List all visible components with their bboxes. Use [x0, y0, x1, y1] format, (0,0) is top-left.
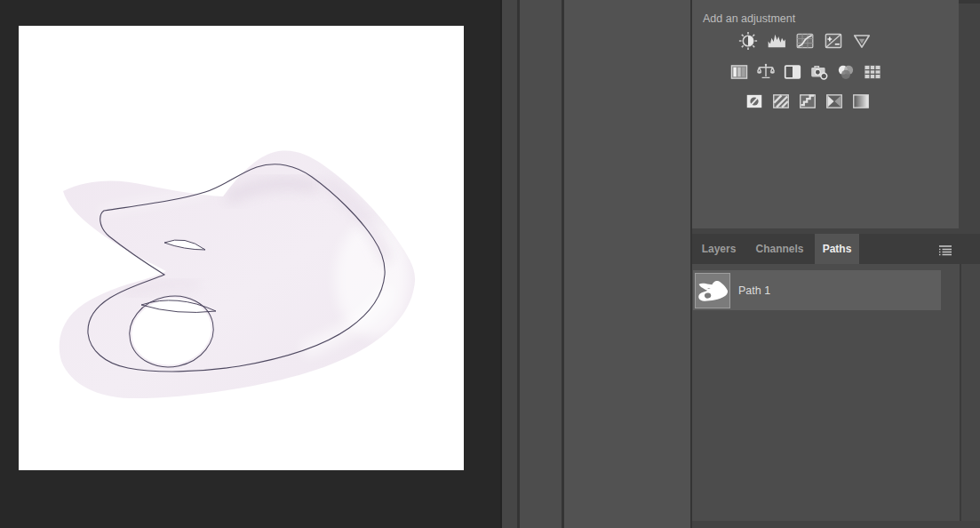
- selective-color-icon[interactable]: [851, 92, 871, 111]
- dock-column-narrow: [502, 0, 517, 528]
- paths-panel-content: Path 1: [692, 264, 960, 521]
- canvas-workspace[interactable]: [0, 0, 500, 528]
- panel-menu-icon[interactable]: [939, 244, 952, 254]
- dock-column-small: [520, 0, 562, 528]
- vibrance-icon[interactable]: [852, 31, 872, 51]
- invert-icon[interactable]: [745, 92, 764, 111]
- cable-clip-photo-with-path: [19, 26, 464, 470]
- black-white-icon[interactable]: [783, 62, 802, 82]
- gradient-map-icon[interactable]: [825, 92, 844, 111]
- adjustment-icon-row-1: [738, 31, 872, 51]
- tab-paths[interactable]: Paths: [815, 234, 859, 264]
- adjustment-icon-row-3: [745, 92, 871, 111]
- tab-channels[interactable]: Channels: [752, 234, 808, 264]
- dock-column-wide: [564, 0, 690, 528]
- panel-dock: Add an adjustment: [692, 0, 980, 528]
- adjustment-icon-row-2: [729, 62, 882, 82]
- brightness-contrast-icon[interactable]: [738, 31, 758, 51]
- posterize-icon[interactable]: [771, 92, 791, 111]
- path-name-label[interactable]: Path 1: [738, 284, 770, 297]
- tab-layers[interactable]: Layers: [694, 234, 744, 264]
- channel-mixer-icon[interactable]: [836, 62, 856, 82]
- path-thumbnail[interactable]: [695, 273, 730, 308]
- photo-filter-icon[interactable]: [809, 62, 829, 82]
- curves-icon[interactable]: [795, 31, 815, 51]
- adjustments-panel: Add an adjustment: [692, 0, 959, 228]
- document-image[interactable]: [19, 26, 464, 470]
- color-lookup-icon[interactable]: [863, 62, 882, 82]
- exposure-icon[interactable]: [824, 31, 843, 51]
- paths-panel-scroll-gutter[interactable]: [961, 264, 980, 521]
- hue-saturation-icon[interactable]: [729, 62, 749, 82]
- adjustments-panel-title: Add an adjustment: [703, 12, 795, 25]
- color-balance-icon[interactable]: [756, 62, 776, 82]
- path-list-item[interactable]: Path 1: [693, 270, 941, 310]
- threshold-icon[interactable]: [798, 92, 817, 111]
- paths-panel-tab-bar: Layers Channels Paths: [692, 234, 980, 264]
- photoshop-window: Add an adjustment: [0, 0, 980, 528]
- levels-icon[interactable]: [767, 31, 786, 51]
